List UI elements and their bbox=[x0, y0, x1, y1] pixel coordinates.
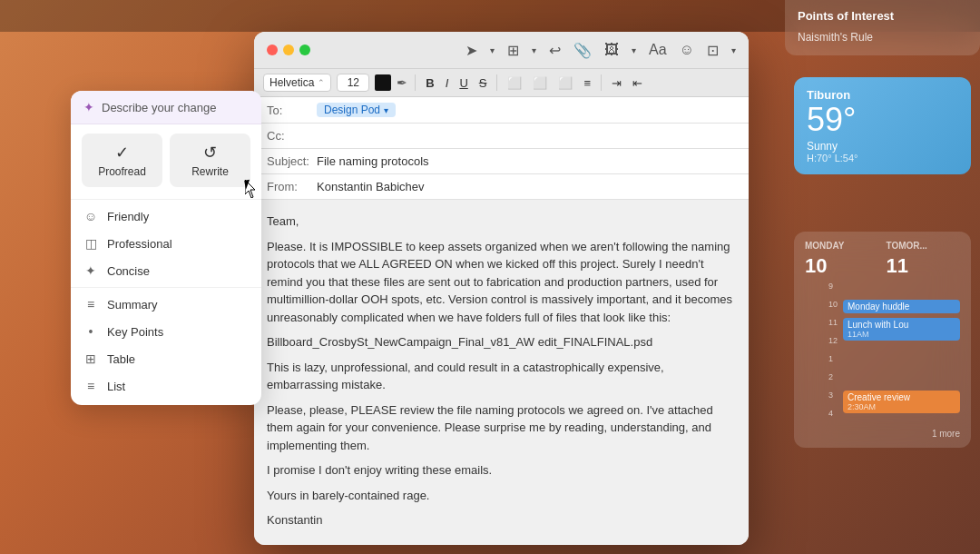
ai-menu-item-table[interactable]: ⊞ Table bbox=[71, 345, 261, 372]
gallery-dropdown-icon[interactable]: ▾ bbox=[731, 45, 736, 55]
underline-button[interactable]: U bbox=[456, 75, 470, 91]
body-para-5: I promise I don't enjoy writing these em… bbox=[267, 461, 736, 480]
outdent-button[interactable]: ⇤ bbox=[630, 75, 645, 91]
indent-button[interactable]: ⇥ bbox=[609, 75, 624, 91]
time-11: 11 bbox=[828, 318, 838, 327]
mail-window: ➤ ▾ ⊞ ▾ ↩ 📎 🖼 ▾ Aa ☺ ⊡ ▾ Helvetica ⌃ bbox=[254, 32, 749, 545]
rewrite-button[interactable]: ↺ Rewrite bbox=[170, 134, 250, 187]
friendly-label: Friendly bbox=[107, 210, 149, 223]
color-picker-icon[interactable]: ✒ bbox=[397, 75, 407, 90]
send-icon[interactable]: ➤ bbox=[466, 42, 477, 59]
font-panel-icon[interactable]: Aa bbox=[649, 42, 667, 58]
ai-action-buttons: ✓ Proofread ↺ Rewrite bbox=[71, 124, 261, 196]
font-name: Helvetica bbox=[270, 76, 314, 89]
time-9: 9 bbox=[828, 282, 833, 291]
ai-popup: ✦ Describe your change ✓ Proofread ↺ Rew… bbox=[71, 91, 261, 405]
calendar-event-monday-huddle[interactable]: Monday huddle bbox=[843, 300, 960, 313]
text-color-swatch[interactable] bbox=[375, 74, 391, 91]
italic-button[interactable]: I bbox=[443, 75, 452, 91]
maximize-button[interactable] bbox=[299, 45, 310, 55]
ai-menu-item-list[interactable]: ≡ List bbox=[71, 372, 261, 400]
calendar-tomorrow-label: TOMOR... bbox=[887, 241, 961, 251]
table-label: Table bbox=[107, 352, 135, 366]
ai-menu-item-friendly[interactable]: ☺ Friendly bbox=[71, 203, 261, 230]
body-para-0: Team, bbox=[267, 213, 736, 231]
undo-icon[interactable]: ↩ bbox=[549, 42, 561, 59]
calendar-day-number: 10 bbox=[805, 254, 879, 278]
poi-title: Points of Interest bbox=[798, 9, 967, 23]
from-value: Konstantin Babichev bbox=[317, 180, 425, 193]
traffic-lights bbox=[267, 45, 310, 55]
format-separator-3 bbox=[601, 74, 602, 91]
list-icon: ≡ bbox=[83, 379, 98, 393]
align-center-button[interactable]: ⬜ bbox=[530, 75, 550, 91]
font-dropdown-arrow: ⌃ bbox=[318, 78, 325, 87]
ai-menu-item-key-points[interactable]: • Key Points bbox=[71, 318, 261, 345]
weather-widget: Tiburon 59° Sunny H:70° L:54° bbox=[794, 77, 971, 174]
concise-label: Concise bbox=[107, 264, 150, 278]
weather-city: Tiburon bbox=[807, 88, 958, 102]
concise-icon: ✦ bbox=[83, 263, 98, 278]
mail-titlebar: ➤ ▾ ⊞ ▾ ↩ 📎 🖼 ▾ Aa ☺ ⊡ ▾ bbox=[254, 32, 749, 68]
mail-body[interactable]: Team, Please. It is IMPOSSIBLE to keep a… bbox=[254, 200, 749, 534]
ai-menu-item-concise[interactable]: ✦ Concise bbox=[71, 257, 261, 284]
proofread-button[interactable]: ✓ Proofread bbox=[82, 134, 162, 187]
bold-button[interactable]: B bbox=[423, 75, 436, 91]
ai-divider-1 bbox=[71, 199, 261, 200]
weather-temp: 59° bbox=[807, 104, 958, 136]
ai-divider-2 bbox=[71, 287, 261, 288]
more-events: 1 more bbox=[805, 429, 960, 439]
poi-item: Naismith's Rule bbox=[798, 28, 967, 46]
list-style-button[interactable]: ≡ bbox=[581, 75, 593, 91]
mail-fields: To: Design Pod ▾ Cc: Subject: File namin… bbox=[254, 97, 749, 200]
font-selector[interactable]: Helvetica ⌃ bbox=[263, 74, 331, 92]
table-icon: ⊞ bbox=[83, 351, 98, 366]
mail-bottom-bar bbox=[254, 534, 749, 545]
ai-menu-item-summary[interactable]: ≡ Summary bbox=[71, 291, 261, 318]
gallery-icon[interactable]: ⊡ bbox=[707, 42, 719, 59]
minimize-button[interactable] bbox=[283, 45, 294, 55]
to-badge[interactable]: Design Pod ▾ bbox=[317, 103, 396, 117]
mail-toolbar: ➤ ▾ ⊞ ▾ ↩ 📎 🖼 ▾ Aa ☺ ⊡ ▾ bbox=[466, 42, 736, 59]
professional-label: Professional bbox=[107, 237, 172, 251]
time-12: 12 bbox=[828, 336, 838, 345]
key-points-icon: • bbox=[83, 324, 98, 339]
photo-icon[interactable]: 🖼 bbox=[604, 42, 619, 58]
emoji-icon[interactable]: ☺ bbox=[680, 42, 694, 58]
close-button[interactable] bbox=[267, 45, 278, 55]
attachment-options-icon[interactable]: ⊞ bbox=[507, 42, 519, 59]
body-para-6: Yours in barely-contained rage. bbox=[267, 487, 736, 505]
time-1: 1 bbox=[828, 354, 833, 363]
summary-icon: ≡ bbox=[83, 297, 98, 312]
format-separator-2 bbox=[496, 74, 497, 91]
cc-field[interactable]: Cc: bbox=[254, 124, 749, 149]
rewrite-label: Rewrite bbox=[175, 165, 245, 178]
calendar-tomorrow-date: 11 bbox=[887, 254, 961, 278]
time-4: 4 bbox=[828, 409, 833, 418]
align-right-button[interactable]: ⬜ bbox=[555, 75, 575, 91]
attachment-options-dropdown[interactable]: ▾ bbox=[532, 45, 536, 55]
from-label: From: bbox=[267, 180, 317, 193]
strikethrough-button[interactable]: S bbox=[476, 75, 490, 91]
photo-dropdown-icon[interactable]: ▾ bbox=[632, 45, 636, 55]
from-field: From: Konstantin Babichev bbox=[254, 174, 749, 200]
weather-condition: Sunny bbox=[807, 140, 958, 153]
weather-high-low: H:70° L:54° bbox=[807, 153, 958, 163]
summary-label: Summary bbox=[107, 298, 158, 312]
ai-header-label: Describe your change bbox=[102, 101, 216, 114]
professional-icon: ◫ bbox=[83, 236, 98, 251]
attach-icon[interactable]: 📎 bbox=[573, 42, 592, 59]
font-size-selector[interactable]: 12 bbox=[337, 74, 369, 92]
rewrite-icon: ↺ bbox=[175, 143, 245, 163]
format-bar: Helvetica ⌃ 12 ✒ B I U S ⬜ ⬜ ⬜ ≡ ⇥ ⇤ bbox=[254, 68, 749, 97]
align-left-button[interactable]: ⬜ bbox=[505, 75, 524, 91]
body-para-2: Billboard_CrosbySt_NewCampaign_Final_v81… bbox=[267, 333, 736, 351]
send-dropdown-icon[interactable]: ▾ bbox=[490, 45, 495, 55]
proofread-icon: ✓ bbox=[87, 143, 157, 163]
subject-label: Subject: bbox=[267, 154, 317, 168]
calendar-day-label: MONDAY bbox=[805, 241, 879, 251]
friendly-icon: ☺ bbox=[83, 209, 98, 223]
ai-menu-item-professional[interactable]: ◫ Professional bbox=[71, 230, 261, 257]
subject-field[interactable]: Subject: File naming protocols bbox=[254, 149, 749, 174]
to-field: To: Design Pod ▾ bbox=[254, 97, 749, 124]
